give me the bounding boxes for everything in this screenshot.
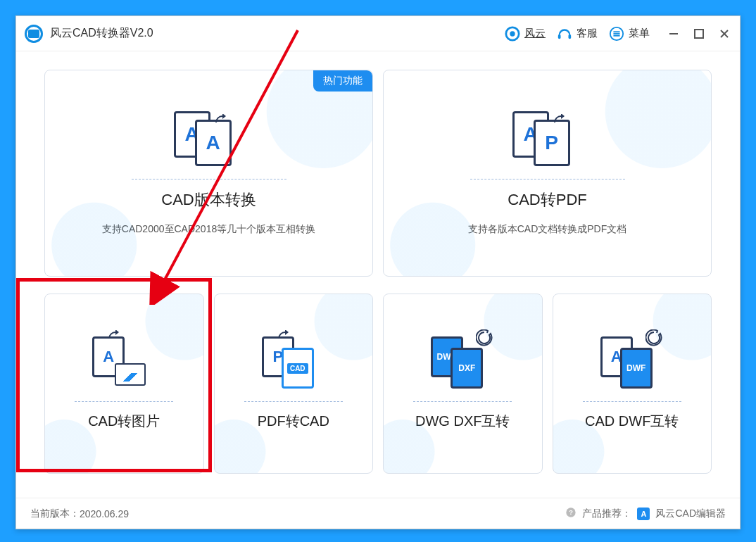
card-pdf-to-cad[interactable]: P CAD PDF转CAD <box>214 294 374 474</box>
convert-arrow-icon <box>553 113 569 130</box>
card-cad-version-convert[interactable]: 热门功能 A A CAD版本转换 支持CAD2000至CAD2018等几十个版本… <box>44 70 373 277</box>
menu-icon <box>609 26 624 42</box>
svg-rect-9 <box>695 30 703 38</box>
recommend-product[interactable]: 风云CAD编辑器 <box>655 508 726 520</box>
help-icon[interactable]: ? <box>565 507 577 520</box>
help-label: 客服 <box>577 27 598 40</box>
dwg-dxf-icon: DWG DXF <box>431 336 494 391</box>
pdf-cad-icon: P CAD <box>262 336 325 391</box>
svg-rect-2 <box>558 34 561 38</box>
brand-icon <box>505 26 520 42</box>
convert-arrow-icon <box>277 330 294 347</box>
card-dwg-dxf[interactable]: DWG DXF DWG DXF互转 <box>383 294 543 474</box>
close-button[interactable] <box>717 27 731 41</box>
minimize-button[interactable] <box>667 27 681 41</box>
svg-text:?: ? <box>569 509 574 516</box>
help-link[interactable]: 客服 <box>557 26 598 42</box>
titlebar: 风云CAD转换器V2.0 风云 客服 菜单 <box>16 16 740 51</box>
app-window: 风云CAD转换器V2.0 风云 客服 菜单 <box>15 15 741 529</box>
version-label: 当前版本： <box>30 508 80 520</box>
menu-label: 菜单 <box>629 27 650 40</box>
brand-label: 风云 <box>524 27 546 40</box>
headset-icon <box>557 26 572 42</box>
maximize-button[interactable] <box>692 27 706 41</box>
app-title: 风云CAD转换器V2.0 <box>50 26 153 41</box>
cad-tag: CAD <box>287 363 308 374</box>
cad-version-icon: A A <box>174 111 244 168</box>
content-area: 热门功能 A A CAD版本转换 支持CAD2000至CAD2018等几十个版本… <box>16 51 740 498</box>
convert-arrow-icon <box>214 113 231 130</box>
svg-rect-3 <box>569 34 572 38</box>
cad-image-icon: A <box>92 336 156 391</box>
svg-point-1 <box>510 31 515 36</box>
recommend-badge-icon: A <box>637 508 650 520</box>
cycle-icon <box>476 329 493 346</box>
app-logo-icon <box>25 25 43 43</box>
recommend-label: 产品推荐： <box>582 508 631 520</box>
version-value: 2020.06.29 <box>80 508 129 519</box>
cad-dwf-icon: A DWF <box>600 336 664 391</box>
status-bar: 当前版本： 2020.06.29 ? 产品推荐： A 风云CAD编辑器 <box>16 498 740 529</box>
image-thumb-icon <box>115 363 146 386</box>
hot-badge: 热门功能 <box>313 70 372 92</box>
cad-pdf-icon: A P <box>512 111 583 168</box>
convert-arrow-icon <box>107 330 124 347</box>
card-cad-to-pdf[interactable]: A P CAD转PDF 支持各版本CAD文档转换成PDF文档 <box>383 70 712 277</box>
brand-link[interactable]: 风云 <box>505 26 546 42</box>
cycle-icon <box>645 329 662 346</box>
card-cad-to-image[interactable]: A CAD转图片 <box>44 294 204 474</box>
menu-button[interactable]: 菜单 <box>609 26 650 42</box>
card-cad-dwf[interactable]: A DWF CAD DWF互转 <box>553 294 712 474</box>
